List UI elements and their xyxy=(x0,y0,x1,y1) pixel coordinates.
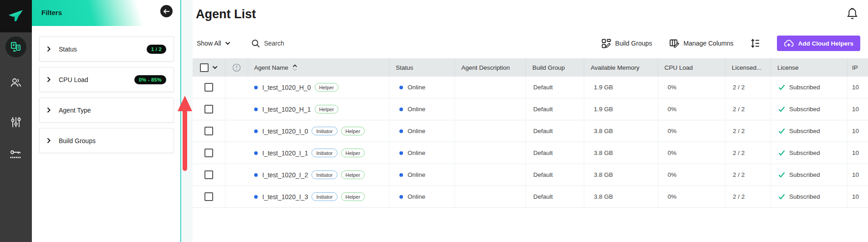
alert-circle-icon xyxy=(232,63,241,72)
agent-status-dot xyxy=(254,86,258,89)
show-all-dropdown[interactable]: Show All xyxy=(197,40,230,47)
search-placeholder: Search xyxy=(264,40,284,47)
select-all-checkbox[interactable] xyxy=(200,63,209,72)
row-density-button[interactable] xyxy=(751,38,760,48)
chevron-right-icon xyxy=(47,77,51,82)
table-row: I_test_1020_I_0InitiatorHelperOnlineDefa… xyxy=(193,120,868,142)
filter-accordion-list: Status 1 / 2 CPU Load 0% - 85% Agent Typ… xyxy=(39,36,174,159)
row-checkbox[interactable] xyxy=(204,105,213,113)
agent-name-link[interactable]: I_test_1020_I_2 xyxy=(262,171,308,179)
chevron-right-icon xyxy=(47,138,51,144)
header-license[interactable]: License xyxy=(771,58,848,77)
status-cell: Online xyxy=(389,77,455,98)
agent-name-link[interactable]: I_test_1020_H_0 xyxy=(262,84,311,91)
filter-item-build-groups[interactable]: Build Groups xyxy=(39,128,174,153)
license-cell: Subscribed xyxy=(771,164,848,185)
filter-item-status[interactable]: Status 1 / 2 xyxy=(39,36,174,62)
status-text: Online xyxy=(408,171,425,178)
tag-initiator: Initiator xyxy=(311,192,337,201)
license-text: Subscribed xyxy=(789,84,820,91)
row-checkbox[interactable] xyxy=(204,83,213,92)
online-dot xyxy=(399,151,403,155)
add-cloud-helpers-button[interactable]: Add Cloud Helpers xyxy=(777,36,860,51)
description-cell xyxy=(455,164,526,185)
build-groups-icon xyxy=(602,39,611,48)
agent-status-dot xyxy=(254,173,258,177)
collapse-filters-button[interactable] xyxy=(160,5,173,17)
agent-name-link[interactable]: I_test_1020_I_3 xyxy=(262,193,308,201)
header-agent-description[interactable]: Agent Description xyxy=(455,58,526,77)
agent-status-dot xyxy=(254,108,258,111)
sort-icon xyxy=(292,64,297,71)
header-available-memory[interactable]: Available Memory xyxy=(584,58,658,77)
build-groups-label: Build Groups xyxy=(615,40,652,47)
row-checkbox[interactable] xyxy=(204,170,213,179)
sidebar-item-settings[interactable] xyxy=(5,112,26,133)
column-label: Status xyxy=(396,64,413,71)
header-licensed[interactable]: Licensed... xyxy=(725,58,771,77)
memory-cell: 3.8 GB xyxy=(584,164,658,185)
row-checkbox-cell xyxy=(193,77,225,98)
tag-initiator: Initiator xyxy=(311,149,337,157)
check-icon xyxy=(778,106,785,112)
memory-cell: 3.8 GB xyxy=(584,120,658,142)
header-agent-name[interactable]: Agent Name xyxy=(248,58,389,77)
row-alert-cell xyxy=(225,164,248,185)
agent-name-cell: I_test_1020_I_0InitiatorHelper xyxy=(248,120,389,142)
row-checkbox[interactable] xyxy=(204,149,213,157)
license-cell: Subscribed xyxy=(771,120,848,142)
selection-menu-chevron-icon[interactable] xyxy=(212,66,218,69)
notifications-button[interactable] xyxy=(847,8,858,22)
agent-name-link[interactable]: I_test_1020_I_1 xyxy=(262,149,308,157)
tag-initiator: Initiator xyxy=(311,170,337,179)
row-checkbox-cell xyxy=(193,120,225,142)
sidebar-item-license-keys[interactable] xyxy=(5,144,26,165)
sidebar-item-users[interactable] xyxy=(5,72,26,93)
agent-name-cell: I_test_1020_I_1InitiatorHelper xyxy=(248,142,389,164)
agent-name-link[interactable]: I_test_1020_H_1 xyxy=(262,106,311,113)
sidebar-item-agents[interactable] xyxy=(5,36,26,57)
row-checkbox[interactable] xyxy=(204,192,213,201)
ip-cell: 10 xyxy=(848,186,868,207)
tag-initiator: Initiator xyxy=(311,127,337,135)
memory-cell: 1.9 GB xyxy=(584,77,658,98)
table-row: I_test_1020_I_1InitiatorHelperOnlineDefa… xyxy=(193,142,868,164)
description-cell xyxy=(455,186,526,207)
licensed-cell: 2 / 2 xyxy=(725,186,771,207)
filter-panel-title: Filters xyxy=(41,9,62,16)
search-input[interactable]: Search xyxy=(251,39,284,48)
row-checkbox[interactable] xyxy=(204,127,213,135)
ip-cell: 10 xyxy=(848,142,868,164)
table-header-row: Agent Name Status Agent Description Buil… xyxy=(193,58,868,77)
status-cell: Online xyxy=(389,164,455,185)
table-row: I_test_1020_H_1HelperOnlineDefault1.9 GB… xyxy=(193,98,868,120)
agent-name-cell: I_test_1020_I_2InitiatorHelper xyxy=(248,164,389,185)
filter-item-cpu-load[interactable]: CPU Load 0% - 85% xyxy=(39,67,174,92)
row-checkbox-cell xyxy=(193,142,225,164)
users-icon xyxy=(10,77,21,88)
column-label: Agent Description xyxy=(461,64,510,71)
agent-status-dot xyxy=(254,129,258,133)
filter-item-agent-type[interactable]: Agent Type xyxy=(39,98,174,123)
chevron-right-icon xyxy=(47,46,51,52)
search-icon xyxy=(251,39,260,48)
header-ip[interactable]: IP xyxy=(848,58,868,77)
tag-helper: Helper xyxy=(341,127,365,135)
build-groups-button[interactable]: Build Groups xyxy=(602,39,652,48)
agent-name-cell: I_test_1020_H_0Helper xyxy=(248,77,389,98)
agents-icon xyxy=(10,41,22,53)
license-cell: Subscribed xyxy=(771,186,848,207)
agent-name-link[interactable]: I_test_1020_I_0 xyxy=(262,128,308,135)
app-logo[interactable] xyxy=(0,0,32,32)
check-icon xyxy=(778,172,785,178)
header-status[interactable]: Status xyxy=(389,58,455,77)
tag-helper: Helper xyxy=(341,149,365,157)
manage-columns-button[interactable]: Manage Columns xyxy=(669,39,734,48)
header-build-group[interactable]: Build Group xyxy=(526,58,584,77)
header-cpu-load[interactable]: CPU Load xyxy=(658,58,725,77)
header-alert-cell xyxy=(225,58,248,77)
memory-cell: 3.8 GB xyxy=(584,142,658,164)
check-icon xyxy=(778,194,785,200)
row-alert-cell xyxy=(225,142,248,164)
filter-badge: 0% - 85% xyxy=(134,75,166,84)
